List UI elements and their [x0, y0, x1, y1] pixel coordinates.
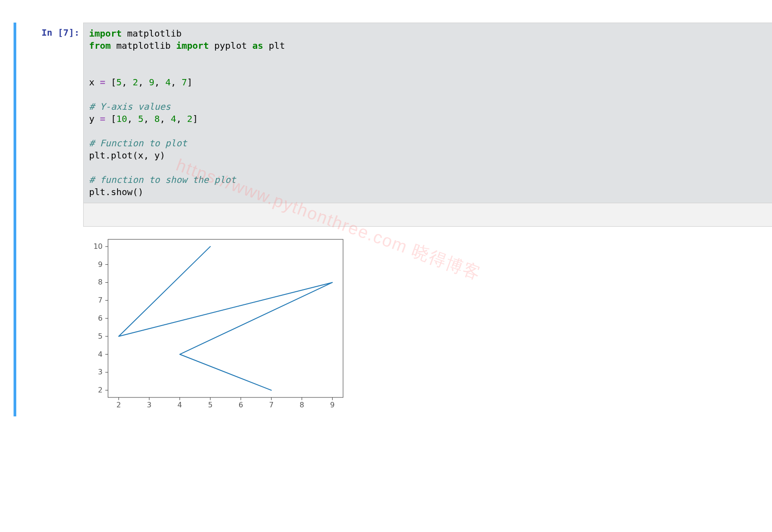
svg-text:9: 9 — [98, 260, 103, 269]
svg-text:10: 10 — [94, 242, 103, 251]
svg-text:8: 8 — [98, 278, 103, 286]
input-row: In [7]: import matplotlib from matplotli… — [21, 23, 772, 203]
svg-text:8: 8 — [300, 401, 304, 409]
line-chart: 234567892345678910 — [83, 231, 354, 416]
svg-text:6: 6 — [98, 314, 103, 322]
svg-text:6: 6 — [239, 401, 243, 409]
svg-text:2: 2 — [98, 386, 103, 394]
svg-rect-0 — [108, 239, 343, 397]
svg-text:3: 3 — [98, 368, 103, 376]
code-editor[interactable]: import matplotlib from matplotlib import… — [83, 23, 772, 203]
svg-text:5: 5 — [208, 401, 212, 409]
svg-text:4: 4 — [98, 350, 103, 359]
svg-text:5: 5 — [98, 332, 103, 341]
svg-text:4: 4 — [178, 401, 182, 409]
svg-text:7: 7 — [269, 401, 273, 409]
code-cell-bottom-pad — [83, 203, 772, 227]
notebook-page: https://www.pythonthree.com 晓得博客 In [7]:… — [0, 0, 772, 532]
input-prompt: In [7]: — [21, 23, 83, 203]
chart-output: 234567892345678910 — [83, 229, 354, 416]
svg-text:3: 3 — [147, 401, 151, 409]
svg-text:9: 9 — [330, 401, 334, 409]
svg-text:2: 2 — [117, 401, 121, 409]
code-cell: In [7]: import matplotlib from matplotli… — [14, 23, 772, 416]
output-row: 234567892345678910 — [21, 229, 772, 416]
svg-text:7: 7 — [98, 296, 103, 304]
